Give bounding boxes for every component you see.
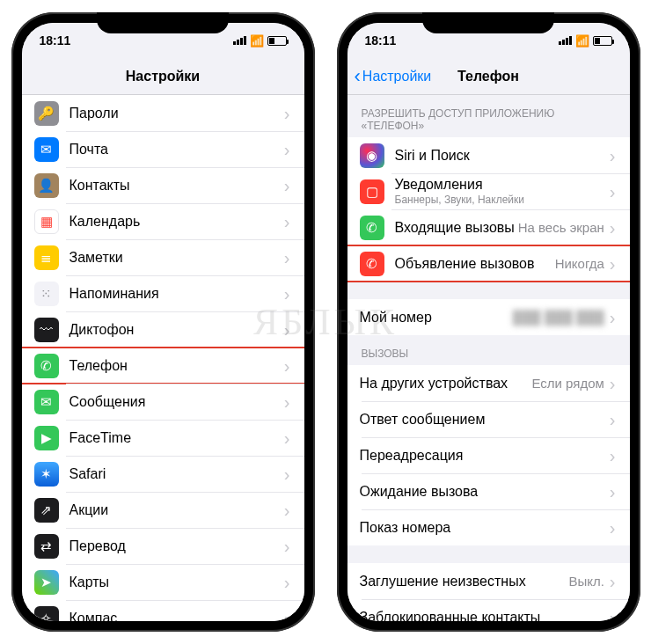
- section-header-allow: Разрешить доступ приложению «Телефон»: [347, 95, 630, 137]
- status-time: 18:11: [40, 33, 71, 48]
- row-label: Диктофон: [69, 322, 284, 338]
- list-item[interactable]: ✉︎Почта›: [22, 131, 304, 167]
- back-label: Настройки: [362, 69, 431, 84]
- row-label: Сообщения: [69, 394, 284, 410]
- row-label: Ответ сообщением: [360, 412, 610, 428]
- chevron-right-icon: ›: [610, 411, 616, 428]
- chevron-right-icon: ›: [284, 177, 290, 194]
- row-label: Ожидание вызова: [360, 484, 610, 500]
- list-item[interactable]: Показ номера›: [347, 509, 630, 545]
- chevron-left-icon: ‹: [355, 67, 361, 86]
- row-label: Siri и Поиск: [395, 148, 610, 164]
- list-item[interactable]: 🔑Пароли›: [22, 95, 304, 131]
- list-item[interactable]: Ответ сообщением›: [347, 401, 630, 437]
- list-item[interactable]: ◉Siri и Поиск›: [347, 137, 630, 173]
- notch: [422, 12, 554, 33]
- section-header-calls: Вызовы: [347, 335, 630, 365]
- row-value: Никогда: [555, 256, 604, 271]
- list-item[interactable]: ✆Входящие вызовыНа весь экран›: [347, 209, 630, 245]
- chevron-right-icon: ›: [284, 465, 290, 483]
- row-sublabel: Баннеры, Звуки, Наклейки: [395, 194, 610, 206]
- chevron-right-icon: ›: [284, 393, 290, 411]
- list-item[interactable]: 👤Контакты›: [22, 167, 304, 203]
- screen-right: 18:11 📶 ‹ Настройки Телефон Разрешить до…: [347, 23, 630, 621]
- incoming-icon: ✆: [360, 216, 384, 240]
- screen-left: 18:11 📶 Настройки 🔑Пароли›✉︎Почта›👤Конта…: [22, 23, 304, 621]
- list-item[interactable]: ⇗Акции›: [22, 492, 304, 528]
- row-label: Входящие вызовы: [395, 220, 518, 236]
- row-label: Контакты: [69, 178, 284, 194]
- list-item[interactable]: ⁙Напоминания›: [22, 275, 304, 311]
- phone-settings-list[interactable]: Разрешить доступ приложению «Телефон» ◉S…: [347, 95, 630, 621]
- messages-icon: ✉︎: [34, 390, 59, 414]
- list-item[interactable]: ✶Safari›: [22, 456, 304, 492]
- phone-frame-left: 18:11 📶 Настройки 🔑Пароли›✉︎Почта›👤Конта…: [11, 12, 315, 632]
- row-value: Если рядом: [531, 376, 603, 391]
- list-item[interactable]: Мой номер███ ███ ███›: [347, 299, 630, 335]
- chevron-right-icon: ›: [284, 429, 290, 447]
- stocks-icon: ⇗: [34, 498, 59, 523]
- facetime-icon: ▶: [34, 426, 59, 450]
- mail-icon: ✉︎: [34, 137, 59, 162]
- chevron-right-icon: ›: [284, 574, 290, 591]
- list-item[interactable]: ▦Календарь›: [22, 203, 304, 239]
- list-item[interactable]: ⇄Перевод›: [22, 528, 304, 564]
- row-value: На весь экран: [518, 220, 604, 235]
- maps-icon: ➤: [34, 570, 59, 595]
- chevron-right-icon: ›: [610, 519, 616, 537]
- list-item[interactable]: ▶FaceTime›: [22, 420, 304, 456]
- chevron-right-icon: ›: [284, 501, 290, 519]
- row-label: Телефон: [69, 358, 284, 374]
- row-label: Перевод: [69, 538, 284, 554]
- row-label: Заблокированные контакты: [360, 610, 610, 622]
- row-label: Объявление вызовов: [395, 256, 555, 272]
- battery-icon: [267, 36, 287, 46]
- list-item[interactable]: ✉︎Сообщения›: [22, 384, 304, 420]
- phone-icon: ✆: [34, 354, 59, 378]
- nav-bar: Настройки: [22, 58, 304, 95]
- siri-icon: ◉: [360, 143, 384, 168]
- list-item[interactable]: На других устройствахЕсли рядом›: [347, 365, 630, 401]
- list-item[interactable]: ▢УведомленияБаннеры, Звуки, Наклейки›: [347, 173, 630, 209]
- list-item[interactable]: Переадресация›: [347, 437, 630, 473]
- settings-list[interactable]: 🔑Пароли›✉︎Почта›👤Контакты›▦Календарь›≣За…: [22, 95, 304, 621]
- list-item[interactable]: ✧Компас›: [22, 600, 304, 621]
- list-item[interactable]: Заблокированные контакты›: [347, 599, 630, 621]
- contacts-icon: 👤: [34, 173, 59, 198]
- chevron-right-icon: ›: [284, 321, 290, 339]
- notch: [97, 12, 229, 33]
- chevron-right-icon: ›: [610, 309, 616, 326]
- row-label: Напоминания: [69, 286, 284, 302]
- notes-icon: ≣: [34, 245, 59, 270]
- list-item[interactable]: 〰Диктофон›: [22, 311, 304, 348]
- calendar-icon: ▦: [34, 209, 59, 234]
- list-item[interactable]: Ожидание вызова›: [347, 473, 630, 509]
- row-label: Заметки: [69, 250, 284, 266]
- row-label: Мой номер: [360, 310, 513, 326]
- list-item[interactable]: Заглушение неизвестныхВыкл.›: [347, 563, 630, 599]
- status-indicators: 📶: [233, 34, 287, 48]
- list-item[interactable]: ≣Заметки›: [22, 239, 304, 275]
- row-label: FaceTime: [69, 430, 284, 446]
- row-label: Акции: [69, 502, 284, 518]
- chevron-right-icon: ›: [284, 285, 290, 303]
- row-label: Пароли: [69, 106, 284, 121]
- chevron-right-icon: ›: [284, 105, 290, 122]
- chevron-right-icon: ›: [284, 538, 290, 555]
- row-value: Выкл.: [568, 574, 603, 589]
- row-label: Показ номера: [360, 520, 610, 536]
- back-button[interactable]: ‹ Настройки: [355, 67, 432, 86]
- list-item[interactable]: ✆Объявление вызововНикогда›: [347, 245, 630, 282]
- phone-frame-right: 18:11 📶 ‹ Настройки Телефон Разрешить до…: [337, 12, 640, 632]
- row-value: ███ ███ ███: [513, 310, 604, 325]
- chevron-right-icon: ›: [610, 219, 616, 237]
- voice-icon: 〰: [34, 318, 59, 342]
- row-label: Карты: [69, 574, 284, 590]
- status-time: 18:11: [365, 33, 397, 48]
- chevron-right-icon: ›: [610, 447, 616, 465]
- page-title: Телефон: [457, 69, 519, 84]
- list-item[interactable]: ✆Телефон›: [22, 348, 304, 384]
- wifi-icon: 📶: [250, 34, 264, 48]
- list-item[interactable]: ➤Карты›: [22, 564, 304, 600]
- chevron-right-icon: ›: [610, 609, 616, 622]
